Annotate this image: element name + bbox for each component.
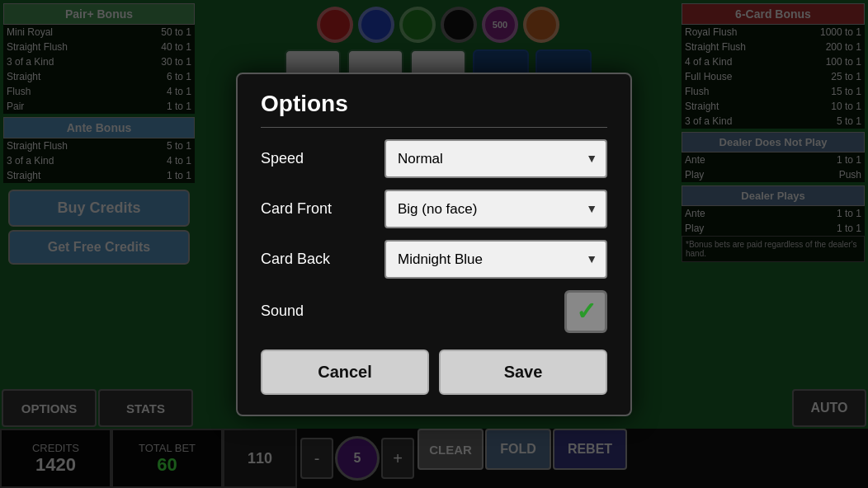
speed-select[interactable]: Slow Normal Fast xyxy=(384,139,607,178)
sound-checkbox-wrapper: ✓ xyxy=(384,290,607,333)
card-back-label: Card Back xyxy=(261,251,384,268)
speed-row: Speed Slow Normal Fast xyxy=(261,139,607,178)
modal-buttons: Cancel Save xyxy=(261,350,607,395)
options-modal: Options Speed Slow Normal Fast Card Fron… xyxy=(236,73,632,416)
modal-overlay: Options Speed Slow Normal Fast Card Fron… xyxy=(0,0,868,488)
card-front-select[interactable]: Small Big (no face) Big (with face) xyxy=(384,190,607,228)
sound-row: Sound ✓ xyxy=(261,290,607,333)
card-front-row: Card Front Small Big (no face) Big (with… xyxy=(261,190,607,228)
speed-select-wrapper[interactable]: Slow Normal Fast xyxy=(384,139,607,178)
card-front-select-wrapper[interactable]: Small Big (no face) Big (with face) xyxy=(384,190,607,228)
card-front-label: Card Front xyxy=(261,200,384,218)
cancel-button[interactable]: Cancel xyxy=(261,350,429,395)
modal-title: Options xyxy=(261,91,607,128)
save-button[interactable]: Save xyxy=(439,350,607,395)
sound-label: Sound xyxy=(261,303,384,320)
card-back-row: Card Back Midnight Blue Red Green Black xyxy=(261,240,607,279)
sound-checkbox[interactable]: ✓ xyxy=(564,290,607,333)
speed-label: Speed xyxy=(261,150,384,167)
card-back-select-wrapper[interactable]: Midnight Blue Red Green Black xyxy=(384,240,607,279)
card-back-select[interactable]: Midnight Blue Red Green Black xyxy=(384,240,607,279)
sound-checkmark: ✓ xyxy=(576,297,597,326)
